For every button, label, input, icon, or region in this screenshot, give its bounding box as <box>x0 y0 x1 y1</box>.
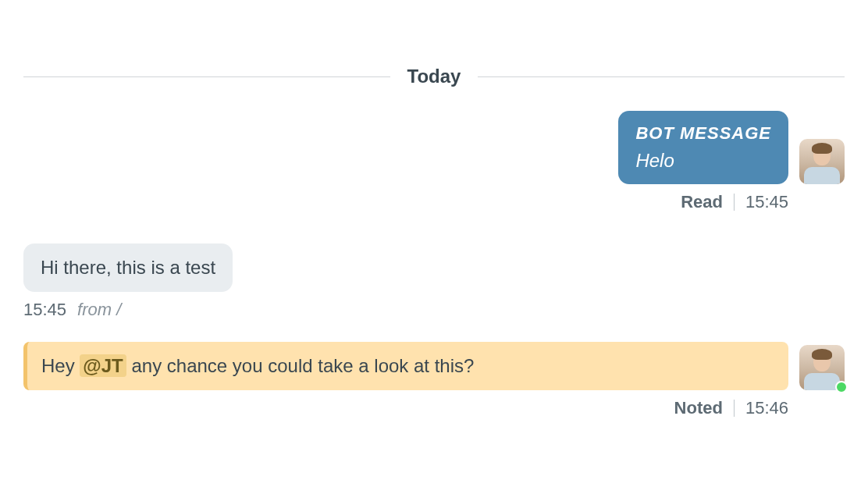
message-column: BOT MESSAGE Helo Read 15:45 <box>618 111 788 212</box>
separator-line-left <box>23 76 390 77</box>
message-row-incoming: Hi there, this is a test 15:45 from / <box>23 244 845 320</box>
separator-line-right <box>478 76 845 77</box>
avatar <box>799 139 845 184</box>
message-source: from / <box>77 300 121 320</box>
note-text-after: any chance you could take a look at this… <box>126 355 475 376</box>
message-time: 15:45 <box>23 300 66 320</box>
message-time: 15:46 <box>745 398 788 418</box>
message-meta: Read 15:45 <box>681 192 788 212</box>
date-separator: Today <box>23 66 845 87</box>
message-text: Hi there, this is a test <box>41 257 215 278</box>
message-column: Hey @JT any chance you could take a look… <box>23 342 788 418</box>
message-bubble-note[interactable]: Hey @JT any chance you could take a look… <box>23 342 788 390</box>
avatar-wrap[interactable] <box>799 139 845 184</box>
meta-divider <box>734 400 735 417</box>
message-status: Noted <box>674 398 723 418</box>
message-text: Helo <box>635 150 674 171</box>
message-meta: 15:45 from / <box>23 300 121 320</box>
message-meta: Noted 15:46 <box>674 398 788 418</box>
mention-chip[interactable]: @JT <box>80 354 126 377</box>
bot-message-label: BOT MESSAGE <box>635 122 771 146</box>
avatar-wrap[interactable] <box>799 345 845 390</box>
meta-divider <box>734 194 735 211</box>
separator-label: Today <box>390 66 478 87</box>
chat-container: Today BOT MESSAGE Helo Read 15:45 Hi the… <box>0 66 868 418</box>
message-row-outgoing: BOT MESSAGE Helo Read 15:45 <box>23 111 845 212</box>
message-row-note: Hey @JT any chance you could take a look… <box>23 342 845 418</box>
note-text-before: Hey <box>41 355 80 376</box>
message-bubble-bot[interactable]: BOT MESSAGE Helo <box>618 111 788 184</box>
message-bubble-incoming[interactable]: Hi there, this is a test <box>23 244 233 292</box>
message-status: Read <box>681 192 723 212</box>
presence-indicator <box>835 381 848 393</box>
message-column: Hi there, this is a test 15:45 from / <box>23 244 233 320</box>
message-time: 15:45 <box>745 192 788 212</box>
